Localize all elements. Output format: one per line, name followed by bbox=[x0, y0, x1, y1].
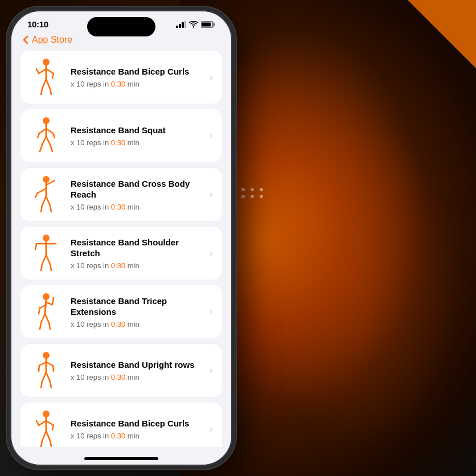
exercise-card-6[interactable]: Resistance Band Upright rows x 10 reps i… bbox=[20, 344, 222, 397]
orange-corner-decoration bbox=[408, 0, 476, 68]
exercise-info-3: Resistance Band Cross Body Reach x 10 re… bbox=[71, 178, 205, 211]
exercise-info-5: Resistance Band Tricep Extensions x 10 r… bbox=[71, 296, 205, 329]
phone-frame: 10:10 bbox=[10, 10, 232, 466]
chevron-icon-5: › bbox=[210, 306, 213, 318]
wifi-icon bbox=[189, 21, 198, 28]
status-bar: 10:10 bbox=[11, 11, 231, 32]
exercise-card-7[interactable]: Resistance Band Bicep Curls x 10 reps in… bbox=[20, 403, 222, 447]
svg-line-33 bbox=[42, 196, 46, 206]
exercise-card-4[interactable]: Resistance Band Shoulder Stretch x 10 re… bbox=[20, 227, 222, 280]
exercise-card-1[interactable]: Resistance Band Bicep Curls x 10 reps in… bbox=[20, 51, 222, 104]
exercise-info-7: Resistance Band Bicep Curls x 10 reps in… bbox=[71, 418, 205, 440]
exercise-info-4: Resistance Band Shoulder Stretch x 10 re… bbox=[71, 237, 205, 270]
exercise-info-1: Resistance Band Bicep Curls x 10 reps in… bbox=[71, 66, 205, 88]
chevron-icon-3: › bbox=[210, 188, 213, 200]
exercise-name-7: Resistance Band Bicep Curls bbox=[71, 418, 205, 429]
exercise-meta-7: x 10 reps in 0:30 min bbox=[71, 432, 205, 440]
svg-line-68 bbox=[39, 421, 46, 425]
svg-line-58 bbox=[39, 362, 46, 366]
svg-line-70 bbox=[46, 421, 54, 425]
svg-line-49 bbox=[52, 298, 54, 305]
svg-line-10 bbox=[39, 69, 46, 73]
exercise-meta-3: x 10 reps in 0:30 min bbox=[71, 203, 205, 211]
svg-line-12 bbox=[46, 69, 54, 73]
svg-line-59 bbox=[39, 366, 39, 371]
svg-rect-1 bbox=[179, 24, 181, 28]
svg-line-63 bbox=[46, 372, 50, 381]
svg-point-37 bbox=[43, 235, 50, 241]
back-button[interactable]: App Store bbox=[23, 35, 72, 45]
exercise-info-6: Resistance Band Upright rows x 10 reps i… bbox=[71, 359, 205, 381]
svg-rect-2 bbox=[182, 22, 184, 28]
svg-point-66 bbox=[43, 411, 50, 417]
exercise-name-5: Resistance Band Tricep Extensions bbox=[71, 296, 205, 318]
svg-line-44 bbox=[41, 264, 42, 270]
dynamic-island bbox=[87, 17, 155, 36]
chevron-icon-1: › bbox=[210, 71, 213, 83]
exercise-figure-6 bbox=[30, 352, 63, 389]
exercise-figure-1 bbox=[30, 59, 63, 96]
exercise-card-2[interactable]: Resistance Band Squat x 10 reps in 0:30 … bbox=[20, 109, 222, 162]
exercise-list[interactable]: Resistance Band Bicep Curls x 10 reps in… bbox=[11, 51, 231, 447]
back-label: App Store bbox=[32, 35, 72, 45]
svg-point-8 bbox=[43, 59, 50, 65]
svg-line-13 bbox=[52, 73, 54, 78]
exercise-meta-2: x 10 reps in 0:30 min bbox=[71, 138, 205, 147]
svg-line-74 bbox=[41, 441, 42, 446]
chevron-icon-6: › bbox=[210, 364, 213, 376]
svg-rect-0 bbox=[176, 26, 178, 28]
svg-line-51 bbox=[39, 308, 40, 314]
exercise-meta-1: x 10 reps in 0:30 min bbox=[71, 80, 205, 88]
status-time: 10:10 bbox=[27, 19, 48, 29]
svg-line-16 bbox=[41, 89, 42, 95]
svg-line-54 bbox=[40, 323, 41, 329]
svg-line-11 bbox=[36, 69, 39, 73]
back-chevron-icon bbox=[23, 35, 28, 44]
exercise-meta-5: x 10 reps in 0:30 min bbox=[71, 320, 205, 329]
svg-line-62 bbox=[42, 372, 46, 381]
battery-icon bbox=[201, 21, 215, 28]
svg-rect-3 bbox=[184, 21, 186, 28]
exercise-card-5[interactable]: Resistance Band Tricep Extensions x 10 r… bbox=[20, 285, 222, 338]
exercise-figure-4 bbox=[30, 235, 63, 272]
svg-line-55 bbox=[49, 323, 50, 329]
svg-line-22 bbox=[46, 129, 53, 133]
phone-screen: 10:10 bbox=[11, 11, 231, 465]
svg-line-36 bbox=[50, 206, 51, 212]
svg-line-35 bbox=[41, 206, 42, 212]
svg-line-41 bbox=[35, 244, 36, 249]
chevron-icon-7: › bbox=[210, 423, 213, 435]
exercise-name-2: Resistance Band Squat bbox=[71, 125, 205, 136]
svg-line-23 bbox=[53, 133, 55, 138]
exercise-figure-3 bbox=[30, 176, 63, 213]
svg-line-53 bbox=[45, 314, 49, 323]
exercise-figure-2 bbox=[30, 117, 63, 154]
svg-line-43 bbox=[46, 255, 50, 264]
dots-decoration bbox=[232, 188, 265, 198]
exercise-card-3[interactable]: Resistance Band Cross Body Reach x 10 re… bbox=[20, 168, 222, 221]
svg-line-32 bbox=[35, 193, 38, 198]
exercise-name-1: Resistance Band Bicep Curls bbox=[71, 66, 205, 77]
svg-line-15 bbox=[46, 79, 50, 89]
svg-line-20 bbox=[39, 129, 46, 133]
status-icons bbox=[176, 21, 215, 28]
exercise-name-6: Resistance Band Upright rows bbox=[71, 359, 205, 371]
svg-line-61 bbox=[53, 366, 54, 371]
svg-point-56 bbox=[43, 352, 50, 359]
svg-point-18 bbox=[43, 117, 50, 124]
signal-icon bbox=[176, 21, 186, 28]
exercise-info-2: Resistance Band Squat x 10 reps in 0:30 … bbox=[71, 125, 205, 147]
svg-line-75 bbox=[50, 441, 51, 446]
home-indicator bbox=[84, 457, 158, 460]
exercise-name-4: Resistance Band Shoulder Stretch bbox=[71, 237, 205, 259]
svg-line-21 bbox=[38, 133, 39, 138]
svg-line-31 bbox=[38, 188, 46, 193]
svg-point-4 bbox=[193, 26, 194, 27]
svg-point-46 bbox=[43, 293, 50, 300]
svg-rect-6 bbox=[214, 23, 215, 26]
exercise-figure-7 bbox=[30, 411, 63, 447]
exercise-figure-5 bbox=[30, 293, 63, 330]
svg-line-26 bbox=[40, 145, 42, 151]
svg-line-17 bbox=[50, 89, 51, 95]
svg-line-69 bbox=[36, 421, 39, 425]
